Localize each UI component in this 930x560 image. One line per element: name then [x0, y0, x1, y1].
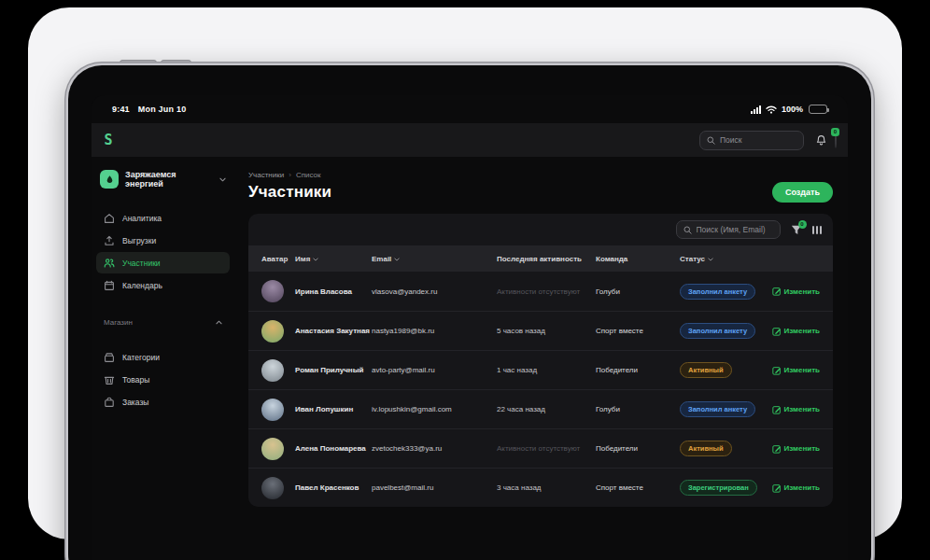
- member-team: Победители: [596, 444, 680, 453]
- member-name: Ирина Власова: [295, 287, 372, 296]
- page: 9:41 Mon Jun 10 100% S: [0, 0, 930, 560]
- sidebar-item-categories[interactable]: Категории: [96, 346, 230, 368]
- member-email: vlasova@yandex.ru: [372, 287, 497, 296]
- pencil-square-icon: [772, 444, 782, 454]
- column-header-avatar: Аватар: [261, 255, 295, 263]
- member-avatar: [261, 399, 284, 421]
- ipad-device-frame: 9:41 Mon Jun 10 100% S: [68, 65, 871, 560]
- breadcrumb-separator-icon: ›: [289, 171, 291, 179]
- column-header-status[interactable]: Статус: [680, 255, 762, 263]
- filter-button[interactable]: 0: [791, 225, 802, 235]
- sidebar-item-label: Товары: [122, 375, 149, 385]
- pencil-square-icon: [772, 405, 782, 414]
- edit-label: Изменить: [784, 444, 820, 453]
- table-row[interactable]: Роман Прилучный avto-party@mail.ru 1 час…: [248, 350, 833, 389]
- global-search-input[interactable]: [720, 135, 796, 145]
- member-avatar: [261, 280, 284, 302]
- member-team: Голуби: [596, 405, 680, 413]
- sidebar-item-label: Категории: [122, 353, 160, 362]
- edit-label: Изменить: [784, 366, 820, 374]
- sidebar-item-calendar[interactable]: Календарь: [96, 274, 230, 296]
- table-search[interactable]: [676, 220, 781, 239]
- table-row[interactable]: Анастасия Закутная nastya1989@bk.ru 5 ча…: [248, 311, 833, 350]
- member-avatar: [261, 359, 284, 382]
- pencil-square-icon: [772, 366, 782, 375]
- table-row[interactable]: Павел Красенков pavelbest@mail.ru 3 часа…: [248, 468, 833, 507]
- member-email: iv.lopushkin@gmail.com: [372, 405, 497, 413]
- export-icon: [104, 235, 115, 246]
- edit-label: Изменить: [784, 405, 820, 413]
- edit-button[interactable]: Изменить: [772, 327, 820, 336]
- sidebar-item-analytics[interactable]: Аналитика: [96, 207, 230, 229]
- edit-button[interactable]: Изменить: [772, 444, 820, 454]
- shopping-bag-icon: [104, 397, 115, 408]
- edit-label: Изменить: [784, 327, 820, 335]
- workspace-name: Заряжаемся энергией: [125, 170, 213, 189]
- status-badge: Заполнил анкету: [680, 401, 755, 417]
- member-email: avto-party@mail.ru: [372, 366, 497, 374]
- table-row[interactable]: Иван Лопушкин iv.lopushkin@gmail.com 22 …: [248, 389, 833, 428]
- filter-count-badge: 0: [798, 220, 807, 229]
- status-date: Mon Jun 10: [138, 105, 187, 114]
- columns-button[interactable]: [812, 226, 823, 234]
- member-email: nastya1989@bk.ru: [372, 327, 497, 335]
- sidebar-item-label: Календарь: [122, 281, 162, 290]
- table-search-input[interactable]: [697, 225, 773, 234]
- global-search[interactable]: [699, 131, 804, 150]
- sort-chevron-icon: [708, 255, 713, 263]
- edit-button[interactable]: Изменить: [772, 287, 820, 296]
- sort-chevron-icon: [394, 255, 400, 263]
- sidebar-nav: Аналитика Выгрузки Участники Календ: [96, 207, 230, 296]
- member-email: pavelbest@mail.ru: [372, 483, 497, 492]
- column-header-email[interactable]: Email: [372, 255, 497, 263]
- notification-count-badge: 0: [831, 128, 839, 136]
- column-header-name[interactable]: Имя: [295, 255, 372, 263]
- calendar-icon: [104, 280, 115, 291]
- member-name: Иван Лопушкин: [295, 405, 372, 413]
- status-badge: Активный: [680, 441, 732, 456]
- members-table-card: 0 Аватар Имя Email Последняя активность …: [248, 214, 833, 507]
- pencil-square-icon: [772, 327, 782, 336]
- workspace-selector[interactable]: Заряжаемся энергией: [96, 166, 230, 192]
- sidebar-item-exports[interactable]: Выгрузки: [96, 230, 230, 251]
- member-name: Анастасия Закутная: [295, 327, 372, 335]
- edit-label: Изменить: [784, 483, 820, 492]
- member-last-activity: 5 часов назад: [497, 327, 596, 335]
- edit-button[interactable]: Изменить: [772, 405, 820, 414]
- wifi-icon: [766, 105, 777, 114]
- sidebar-item-members[interactable]: Участники: [96, 252, 230, 273]
- sidebar-item-label: Аналитика: [122, 214, 162, 223]
- chevron-down-icon: [219, 177, 226, 182]
- breadcrumb-parent[interactable]: Участники: [248, 171, 284, 179]
- sidebar: Заряжаемся энергией Аналитика Выгрузки: [92, 157, 233, 560]
- sidebar-item-label: Участники: [122, 259, 161, 268]
- column-header-team: Команда: [596, 255, 680, 263]
- table-row[interactable]: Алена Пономарева zvetochek333@ya.ru Акти…: [248, 428, 833, 468]
- bell-icon: [815, 134, 827, 147]
- member-name: Алена Пономарева: [295, 444, 372, 453]
- sidebar-item-label: Заказы: [122, 398, 148, 407]
- sidebar-section-shop[interactable]: Магазин: [96, 313, 230, 331]
- battery-percent: 100%: [782, 105, 803, 114]
- archive-box-icon: [104, 352, 115, 363]
- status-bar: 9:41 Mon Jun 10 100%: [92, 95, 848, 119]
- sidebar-item-label: Выгрузки: [122, 236, 156, 245]
- edit-button[interactable]: Изменить: [772, 366, 820, 375]
- table-row[interactable]: Ирина Власова vlasova@yandex.ru Активнос…: [248, 272, 833, 311]
- edit-button[interactable]: Изменить: [772, 483, 820, 493]
- sidebar-item-orders[interactable]: Заказы: [96, 391, 230, 413]
- user-menu[interactable]: 0: [835, 132, 837, 148]
- home-icon: [104, 213, 115, 224]
- column-header-activity: Последняя активность: [497, 255, 596, 263]
- sidebar-item-products[interactable]: Товары: [96, 369, 230, 390]
- page-title: Участники: [248, 183, 331, 202]
- table-header-row: Аватар Имя Email Последняя активность Ко…: [248, 245, 833, 272]
- pencil-square-icon: [772, 287, 782, 296]
- pencil-square-icon: [772, 483, 782, 493]
- create-button[interactable]: Создать: [772, 182, 833, 203]
- table-body: Ирина Власова vlasova@yandex.ru Активнос…: [248, 272, 833, 507]
- member-team: Голуби: [596, 287, 680, 296]
- member-name: Роман Прилучный: [295, 366, 372, 374]
- ipad-display: 9:41 Mon Jun 10 100% S: [92, 95, 848, 560]
- notifications-button[interactable]: [815, 134, 827, 147]
